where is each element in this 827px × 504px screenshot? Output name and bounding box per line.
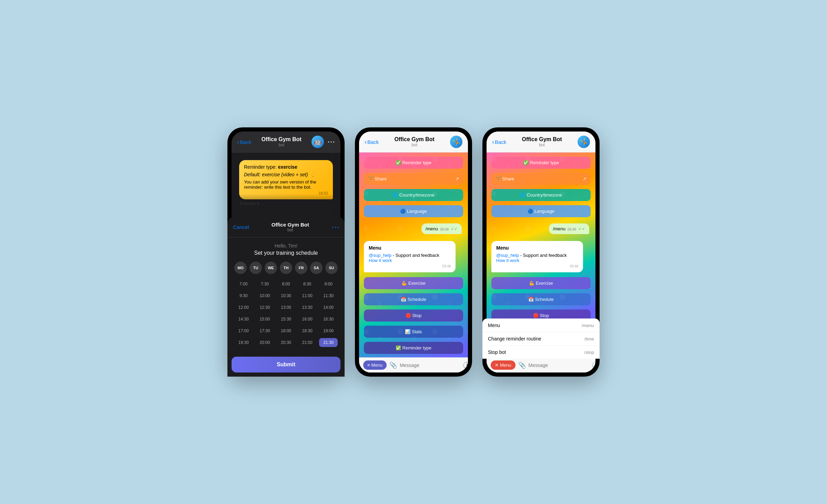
back-chevron-icon-3: ‹ [492,138,494,146]
kb-schedule-3[interactable]: 📅 Schedule [491,293,591,305]
header-title-3: Office Gym Bot [510,136,574,143]
kb-row-exercise-2: 💪 Exercise [363,276,464,290]
cmd-stop[interactable]: Stop bot /stop [487,346,595,359]
kb-row-stats-2: 📊 Stats [363,325,464,338]
kb-reminder-type-2[interactable]: ✅ Reminder type [364,157,463,169]
time-1900[interactable]: 19:00 [319,326,338,335]
time-930[interactable]: 9:30 [234,291,253,300]
message-input-2[interactable] [400,363,460,368]
time-1800[interactable]: 18:00 [277,326,295,335]
kb-row-language-2: 🔵 Language [363,204,464,218]
time-1530[interactable]: 15:30 [277,315,295,324]
popup-header: Cancel Office Gym Bot bot ⋯ [232,217,340,238]
phone-3-screen: ‹ Back Office Gym Bot bot 🤸 ✅ Reminder t… [487,132,595,372]
avatar-2: 🤸 [450,136,462,148]
popup-more-btn[interactable]: ⋯ [331,223,339,232]
commands-popup-3: Menu /menu Change reminder routine /time… [487,318,595,359]
clip-icon-3[interactable]: 📎 [518,361,526,369]
kb-row-exercise-3: 💪 Exercise [490,276,592,290]
clock-icon-2: 🕐 [463,361,468,369]
menu-btn-2[interactable]: ≡ Menu [363,360,387,370]
header-center-1: Office Gym Bot bot [255,136,308,147]
header-center-2: Office Gym Bot bot [382,136,447,147]
phone-2-header: ‹ Back Office Gym Bot bot 🤸 [359,132,468,153]
time-1030[interactable]: 10:30 [277,291,295,300]
time-1330[interactable]: 13:30 [298,303,317,312]
time-1300[interactable]: 13:00 [277,303,295,312]
kb-row-timezone-2: 🌐 Country/timezone [363,188,464,202]
kb-row-reminder-type-2: ✅ Reminder type [363,156,464,169]
kb-exercise-2[interactable]: 💪 Exercise [364,277,463,289]
time-1200[interactable]: 12:00 [234,303,253,312]
header-subtitle-1: bot [255,143,308,147]
kb-schedule-2[interactable]: 📅 Schedule [364,293,463,305]
kb-row-schedule-3: 📅 Schedule [490,293,592,306]
phone-2-gradient-bg: ✅ Reminder type 🏋️ Share ↗ 🌐 Country/tim… [359,153,468,357]
kb-share-3[interactable]: 🏋️ Share ↗ [491,173,591,185]
time-2000[interactable]: 20:00 [256,338,274,347]
kb-stats-2[interactable]: 📊 Stats [364,326,463,338]
kb-timezone-2[interactable]: 🌐 Country/timezone [364,189,463,201]
time-1000[interactable]: 10:00 [256,291,274,300]
popup-cancel-btn[interactable]: Cancel [233,224,249,230]
time-800[interactable]: 8:00 [277,280,295,288]
popup-title: Office Gym Bot bot [272,222,309,232]
day-mo[interactable]: MO [234,262,247,274]
time-1100[interactable]: 11:00 [298,291,317,300]
kb-share-2[interactable]: 🏋️ Share ↗ [364,173,463,185]
kb-exercise-3[interactable]: 💪 Exercise [491,277,591,289]
day-th[interactable]: TH [280,262,292,274]
phone-2-messages: ✅ Reminder type 🏋️ Share ↗ 🌐 Country/tim… [359,153,468,357]
time-730[interactable]: 7:30 [256,280,274,288]
back-button-2[interactable]: ‹ Back [365,138,379,146]
submit-button[interactable]: Submit [232,357,340,372]
kb-stop-2[interactable]: 🛑 Stop [364,309,463,322]
menu-btn-3[interactable]: ✕ Menu [491,360,515,370]
back-chevron-icon-2: ‹ [365,138,367,146]
kb-language-3[interactable]: 🔵 Language [491,205,591,217]
message-bubble-1: Reminder type: exercise Default: exercis… [239,160,333,199]
time-1930[interactable]: 19:30 [234,338,253,347]
phone-1-screen: ‹ Back Office Gym Bot bot 🤖 ⋯ Reminder t… [232,132,340,372]
day-su[interactable]: SU [325,262,338,274]
cmd-time[interactable]: Change reminder routine /time [487,332,595,346]
time-1600[interactable]: 16:00 [298,315,317,324]
phone-1: ‹ Back Office Gym Bot bot 🤖 ⋯ Reminder t… [227,127,345,377]
back-button-3[interactable]: ‹ Back [492,138,506,146]
time-1830[interactable]: 18:30 [298,326,317,335]
time-1700[interactable]: 17:00 [234,326,253,335]
header-center-3: Office Gym Bot bot [510,136,574,147]
more-button-1[interactable]: ⋯ [327,137,335,146]
day-tu[interactable]: TU [249,262,262,274]
kb-language-2[interactable]: 🔵 Language [364,205,463,217]
day-we[interactable]: WE [265,262,277,274]
kb-row-reminder2-2: ✅ Reminder type [363,341,464,355]
message-input-3[interactable] [529,363,589,368]
time-2130[interactable]: 21:30 [319,338,338,347]
greeting: Hello, Tim! [234,243,338,249]
time-900[interactable]: 9:00 [319,280,338,288]
menu-card-2: Menu @sup_help - Support and feedback Ho… [364,241,456,272]
day-fr[interactable]: FR [295,262,307,274]
time-1130[interactable]: 11:30 [319,291,338,300]
time-1400[interactable]: 14:00 [319,303,338,312]
schedule-title: Set your training schedule [234,250,338,256]
phone-3-input-bar: ✕ Menu 📎 🕐 🎤 [487,357,595,372]
cmd-menu[interactable]: Menu /menu [487,319,595,332]
time-1630[interactable]: 16:30 [319,315,338,324]
time-1500[interactable]: 15:00 [256,315,274,324]
kb-timezone-3[interactable]: 🌐 Country/timezone [491,189,591,201]
time-1730[interactable]: 17:30 [256,326,274,335]
time-1230[interactable]: 12:30 [256,303,274,312]
day-sa[interactable]: SA [310,262,323,274]
time-2030[interactable]: 20:30 [277,338,295,347]
clip-icon-2[interactable]: 📎 [389,361,397,369]
time-2100[interactable]: 21:00 [298,338,317,347]
kb-reminder-type-3[interactable]: ✅ Reminder type [491,157,591,169]
kb-row-share-2: 🏋️ Share ↗ [363,172,464,186]
time-700[interactable]: 7:00 [234,280,253,288]
time-1430[interactable]: 14:30 [234,315,253,324]
kb-reminder2-2[interactable]: ✅ Reminder type [364,342,463,354]
time-830[interactable]: 8:30 [298,280,317,288]
back-button-1[interactable]: ‹ Back [237,138,251,146]
